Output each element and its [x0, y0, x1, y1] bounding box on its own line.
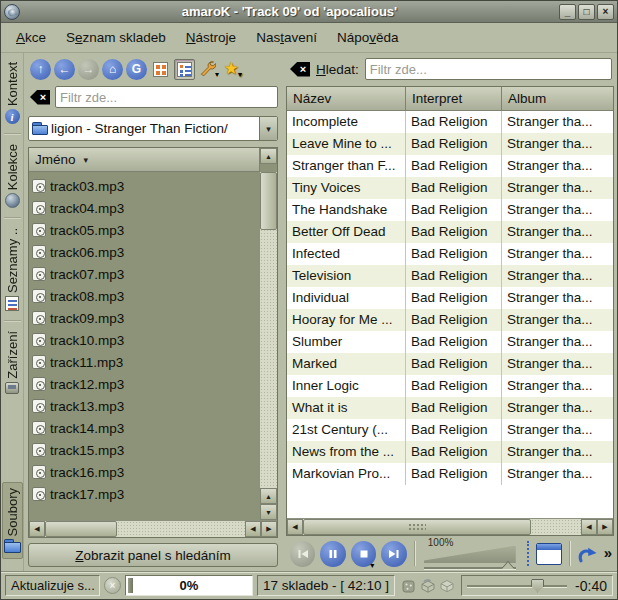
playlist-row[interactable]: Inner Logic Bad Religion Stranger tha...: [287, 375, 613, 397]
combobox-dropdown-button[interactable]: ▾: [259, 117, 277, 140]
file-list-vscrollbar[interactable]: ▲ ▼: [260, 172, 277, 520]
scroll-right-button[interactable]: ▶: [597, 519, 613, 535]
scroll-left-button[interactable]: ◀: [287, 519, 303, 535]
clear-search-button[interactable]: ×: [290, 62, 310, 77]
playlist-row[interactable]: Individual Bad Religion Stranger tha...: [287, 287, 613, 309]
close-button[interactable]: ×: [597, 4, 614, 20]
toolbar-overflow-button[interactable]: »: [604, 545, 612, 562]
volume-slider[interactable]: [424, 567, 516, 569]
sidebar-tab-soubory[interactable]: Soubory: [2, 482, 23, 559]
playlist-row[interactable]: Better Off Dead Bad Religion Stranger th…: [287, 221, 613, 243]
file-list-hscrollbar[interactable]: ◀ ◀ ▶: [29, 520, 277, 537]
minimize-button[interactable]: _: [559, 4, 576, 20]
volume-wedge[interactable]: [424, 546, 516, 563]
back-button[interactable]: ←: [54, 59, 75, 80]
file-row[interactable]: track05.mp3: [29, 219, 260, 241]
dynamic-mode-icon[interactable]: [439, 578, 455, 594]
scroll-right-button[interactable]: ▶: [261, 521, 277, 537]
pause-button[interactable]: [320, 541, 345, 567]
sidebar-tab-seznamy[interactable]: Seznamy ..: [4, 223, 21, 316]
browser-filter-input[interactable]: [55, 86, 278, 108]
menu-item[interactable]: Nastavení: [247, 26, 326, 49]
next-button[interactable]: [381, 541, 406, 567]
toggle-player-window-button[interactable]: [536, 543, 562, 565]
column-header-album[interactable]: Album: [502, 87, 613, 111]
previous-button[interactable]: [290, 541, 315, 567]
column-header-nazev[interactable]: Název: [287, 87, 406, 111]
sidebar-tab-kolekce[interactable]: Kolekce: [4, 139, 21, 213]
playlist-row[interactable]: What it is Bad Religion Stranger tha...: [287, 397, 613, 419]
forward-button[interactable]: →: [78, 59, 99, 80]
playlist-row[interactable]: 21st Century (... Bad Religion Stranger …: [287, 419, 613, 441]
playlist-row[interactable]: Hooray for Me ... Bad Religion Stranger …: [287, 309, 613, 331]
position-slider-handle[interactable]: [531, 579, 544, 593]
file-row[interactable]: track17.mp3: [29, 483, 260, 505]
hscroll-thumb[interactable]: [45, 521, 117, 537]
file-row[interactable]: track08.mp3: [29, 285, 260, 307]
file-row[interactable]: track09.mp3: [29, 307, 260, 329]
detailed-view-button[interactable]: [174, 59, 195, 80]
refresh-arrow-icon[interactable]: [577, 545, 599, 563]
file-row[interactable]: track11.mp3: [29, 351, 260, 373]
sidebar-tab-kontext[interactable]: Kontext i: [4, 57, 21, 129]
file-row[interactable]: track03.mp3: [29, 175, 260, 197]
playlist-row[interactable]: Slumber Bad Religion Stranger tha...: [287, 331, 613, 353]
volume-control[interactable]: 100%: [422, 539, 520, 569]
konqueror-button[interactable]: G: [126, 59, 147, 80]
playlist-row[interactable]: Television Bad Religion Stranger tha...: [287, 265, 613, 287]
toolbar-handle[interactable]: [527, 541, 529, 566]
column-header-interpret[interactable]: Interpret: [406, 87, 502, 111]
playlist-row[interactable]: Markovian Pro... Bad Religion Stranger t…: [287, 463, 613, 485]
menu-item[interactable]: Nápověda: [328, 26, 408, 49]
file-row[interactable]: track13.mp3: [29, 395, 260, 417]
file-row[interactable]: track14.mp3: [29, 417, 260, 439]
track-position-slider[interactable]: [467, 585, 567, 587]
configure-button[interactable]: ▾: [198, 59, 218, 79]
file-row[interactable]: track16.mp3: [29, 461, 260, 483]
home-button[interactable]: ⌂: [102, 59, 123, 80]
hscroll-thumb[interactable]: [303, 519, 531, 535]
file-row[interactable]: track06.mp3: [29, 241, 260, 263]
vscroll-thumb[interactable]: [260, 172, 277, 230]
scroll-up-button-2[interactable]: ▲: [260, 488, 277, 504]
scroll-left-button-2[interactable]: ◀: [245, 521, 261, 537]
maximize-button[interactable]: □: [578, 4, 595, 20]
playlist-row[interactable]: Leave Mine to ... Bad Religion Stranger …: [287, 133, 613, 155]
menu-item[interactable]: Akce: [7, 26, 55, 49]
scroll-left-button[interactable]: ◀: [29, 521, 45, 537]
menu-item[interactable]: Nástroje: [177, 26, 245, 49]
playlist-row[interactable]: Stranger than F... Bad Religion Stranger…: [287, 155, 613, 177]
clear-filter-button[interactable]: ×: [30, 90, 50, 105]
file-row[interactable]: track15.mp3: [29, 439, 260, 461]
playlist-row[interactable]: News from the ... Bad Religion Stranger …: [287, 441, 613, 463]
file-row[interactable]: track04.mp3: [29, 197, 260, 219]
file-row[interactable]: track12.mp3: [29, 373, 260, 395]
playlist-row[interactable]: Marked Bad Religion Stranger tha...: [287, 353, 613, 375]
menu-item[interactable]: Seznam skladeb: [57, 26, 175, 49]
volume-slider-handle[interactable]: [502, 562, 514, 569]
sidebar-tab-zarizeni[interactable]: Zařízení: [4, 326, 21, 399]
playlist-row[interactable]: Tiny Voices Bad Religion Stranger tha...: [287, 177, 613, 199]
vscroll-track[interactable]: [260, 172, 277, 488]
bookmarks-button[interactable]: ★ ▾: [221, 59, 241, 79]
hscroll-track[interactable]: [303, 519, 581, 535]
repeat-mode-icon[interactable]: [420, 578, 436, 594]
playlist-hscrollbar[interactable]: ◀ ◀ ▶: [287, 518, 613, 535]
playlist-row[interactable]: The Handshake Bad Religion Stranger tha.…: [287, 199, 613, 221]
location-combobox[interactable]: ligion - Stranger Than Fiction/ ▾: [28, 116, 278, 141]
file-row[interactable]: track07.mp3: [29, 263, 260, 285]
column-header-jmeno[interactable]: Jméno ▾: [29, 148, 260, 172]
playlist-row[interactable]: Incomplete Bad Religion Stranger tha...: [287, 111, 613, 133]
stop-button[interactable]: ▾: [351, 541, 376, 567]
random-mode-icon[interactable]: [401, 578, 417, 594]
hscroll-track[interactable]: [45, 521, 245, 537]
titlebar[interactable]: amaroK - 'Track 09' od 'apocalious' _ □ …: [1, 1, 617, 23]
scroll-left-button-2[interactable]: ◀: [581, 519, 597, 535]
playlist-search-input[interactable]: [365, 58, 612, 80]
file-row[interactable]: track10.mp3: [29, 329, 260, 351]
scroll-up-button[interactable]: ▲: [260, 148, 277, 164]
up-button[interactable]: ↑: [30, 59, 51, 80]
cancel-button[interactable]: ×: [104, 577, 121, 594]
short-view-button[interactable]: [150, 59, 171, 80]
playlist-row[interactable]: Infected Bad Religion Stranger tha...: [287, 243, 613, 265]
